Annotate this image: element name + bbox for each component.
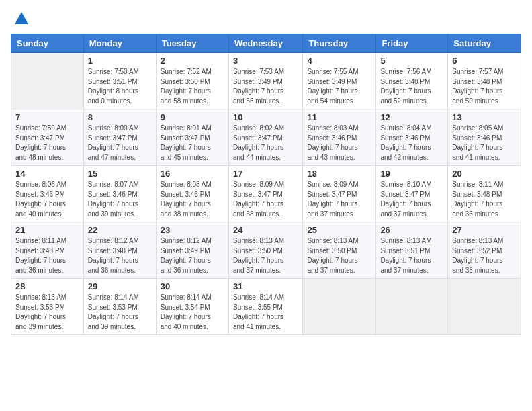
calendar-cell: 3Sunrise: 7:53 AM Sunset: 3:49 PM Daylig… — [228, 53, 302, 109]
day-number: 3 — [233, 56, 298, 66]
cell-info: Sunrise: 8:06 AM Sunset: 3:46 PM Dayligh… — [15, 180, 79, 219]
cell-info: Sunrise: 8:13 AM Sunset: 3:50 PM Dayligh… — [307, 236, 371, 275]
calendar-cell: 26Sunrise: 8:13 AM Sunset: 3:51 PM Dayli… — [376, 222, 448, 279]
day-number: 4 — [307, 56, 371, 66]
week-row-4: 21Sunrise: 8:11 AM Sunset: 3:48 PM Dayli… — [11, 222, 521, 279]
cell-info: Sunrise: 8:13 AM Sunset: 3:53 PM Dayligh… — [15, 293, 79, 332]
logo — [11, 9, 31, 28]
calendar-cell: 19Sunrise: 8:10 AM Sunset: 3:47 PM Dayli… — [376, 166, 448, 222]
cell-info: Sunrise: 8:03 AM Sunset: 3:46 PM Dayligh… — [307, 124, 371, 163]
calendar-cell: 27Sunrise: 8:13 AM Sunset: 3:52 PM Dayli… — [448, 222, 521, 279]
cell-info: Sunrise: 8:08 AM Sunset: 3:46 PM Dayligh… — [161, 180, 224, 219]
day-number: 31 — [233, 281, 298, 291]
week-row-5: 28Sunrise: 8:13 AM Sunset: 3:53 PM Dayli… — [11, 279, 521, 335]
calendar-cell: 22Sunrise: 8:12 AM Sunset: 3:48 PM Dayli… — [83, 222, 156, 279]
cell-info: Sunrise: 8:00 AM Sunset: 3:47 PM Dayligh… — [88, 124, 152, 163]
day-number: 27 — [452, 225, 517, 235]
day-number: 23 — [161, 225, 224, 235]
calendar-cell: 25Sunrise: 8:13 AM Sunset: 3:50 PM Dayli… — [303, 222, 376, 279]
day-header-saturday: Saturday — [448, 34, 521, 53]
calendar-cell: 14Sunrise: 8:06 AM Sunset: 3:46 PM Dayli… — [11, 166, 84, 222]
day-header-monday: Monday — [83, 34, 156, 53]
day-number: 11 — [307, 112, 371, 122]
cell-info: Sunrise: 8:09 AM Sunset: 3:47 PM Dayligh… — [233, 180, 298, 219]
week-row-2: 7Sunrise: 7:59 AM Sunset: 3:47 PM Daylig… — [11, 109, 521, 166]
calendar-cell: 17Sunrise: 8:09 AM Sunset: 3:47 PM Dayli… — [228, 166, 302, 222]
calendar-cell: 31Sunrise: 8:14 AM Sunset: 3:55 PM Dayli… — [228, 279, 302, 335]
calendar-cell: 8Sunrise: 8:00 AM Sunset: 3:47 PM Daylig… — [83, 109, 156, 166]
cell-info: Sunrise: 8:12 AM Sunset: 3:48 PM Dayligh… — [88, 236, 152, 275]
calendar-cell: 24Sunrise: 8:13 AM Sunset: 3:50 PM Dayli… — [228, 222, 302, 279]
day-number: 18 — [307, 169, 371, 179]
day-number: 30 — [161, 281, 224, 291]
day-number: 1 — [88, 56, 152, 66]
day-number: 8 — [88, 112, 152, 122]
day-number: 13 — [452, 112, 517, 122]
cell-info: Sunrise: 8:13 AM Sunset: 3:52 PM Dayligh… — [452, 236, 517, 275]
header — [11, 7, 521, 28]
calendar-cell: 23Sunrise: 8:12 AM Sunset: 3:49 PM Dayli… — [156, 222, 228, 279]
cell-info: Sunrise: 8:14 AM Sunset: 3:55 PM Dayligh… — [233, 293, 298, 332]
calendar-cell: 11Sunrise: 8:03 AM Sunset: 3:46 PM Dayli… — [303, 109, 376, 166]
day-number: 17 — [233, 169, 298, 179]
calendar-cell: 30Sunrise: 8:14 AM Sunset: 3:54 PM Dayli… — [156, 279, 228, 335]
calendar-cell: 21Sunrise: 8:11 AM Sunset: 3:48 PM Dayli… — [11, 222, 84, 279]
cell-info: Sunrise: 8:14 AM Sunset: 3:53 PM Dayligh… — [88, 293, 152, 332]
calendar-header-row: SundayMondayTuesdayWednesdayThursdayFrid… — [11, 34, 521, 53]
cell-info: Sunrise: 8:13 AM Sunset: 3:50 PM Dayligh… — [233, 236, 298, 275]
logo-icon — [12, 9, 31, 28]
day-number: 2 — [161, 56, 224, 66]
cell-info: Sunrise: 7:56 AM Sunset: 3:48 PM Dayligh… — [380, 67, 443, 106]
day-number: 16 — [161, 169, 224, 179]
day-number: 19 — [380, 169, 443, 179]
cell-info: Sunrise: 8:05 AM Sunset: 3:46 PM Dayligh… — [452, 124, 517, 163]
calendar-cell: 12Sunrise: 8:04 AM Sunset: 3:46 PM Dayli… — [376, 109, 448, 166]
day-header-wednesday: Wednesday — [228, 34, 302, 53]
calendar-cell: 1Sunrise: 7:50 AM Sunset: 3:51 PM Daylig… — [83, 53, 156, 109]
cell-info: Sunrise: 7:52 AM Sunset: 3:50 PM Dayligh… — [161, 67, 224, 106]
day-number: 15 — [88, 169, 152, 179]
cell-info: Sunrise: 8:14 AM Sunset: 3:54 PM Dayligh… — [161, 293, 224, 332]
calendar-cell — [11, 53, 84, 109]
day-number: 21 — [15, 225, 79, 235]
day-number: 5 — [380, 56, 443, 66]
calendar-cell: 10Sunrise: 8:02 AM Sunset: 3:47 PM Dayli… — [228, 109, 302, 166]
cell-info: Sunrise: 7:59 AM Sunset: 3:47 PM Dayligh… — [15, 124, 79, 163]
cell-info: Sunrise: 8:07 AM Sunset: 3:46 PM Dayligh… — [88, 180, 152, 219]
svg-marker-0 — [15, 12, 28, 24]
week-row-3: 14Sunrise: 8:06 AM Sunset: 3:46 PM Dayli… — [11, 166, 521, 222]
day-header-friday: Friday — [376, 34, 448, 53]
calendar-cell: 20Sunrise: 8:11 AM Sunset: 3:48 PM Dayli… — [448, 166, 521, 222]
week-row-1: 1Sunrise: 7:50 AM Sunset: 3:51 PM Daylig… — [11, 53, 521, 109]
day-number: 9 — [161, 112, 224, 122]
day-header-tuesday: Tuesday — [156, 34, 228, 53]
calendar-cell — [376, 279, 448, 335]
cell-info: Sunrise: 8:09 AM Sunset: 3:47 PM Dayligh… — [307, 180, 371, 219]
calendar-cell: 6Sunrise: 7:57 AM Sunset: 3:48 PM Daylig… — [448, 53, 521, 109]
calendar-table: SundayMondayTuesdayWednesdayThursdayFrid… — [11, 34, 521, 335]
cell-info: Sunrise: 8:12 AM Sunset: 3:49 PM Dayligh… — [161, 236, 224, 275]
calendar-cell: 7Sunrise: 7:59 AM Sunset: 3:47 PM Daylig… — [11, 109, 84, 166]
day-number: 7 — [15, 112, 79, 122]
calendar-cell: 2Sunrise: 7:52 AM Sunset: 3:50 PM Daylig… — [156, 53, 228, 109]
day-number: 14 — [15, 169, 79, 179]
day-number: 22 — [88, 225, 152, 235]
day-number: 26 — [380, 225, 443, 235]
cell-info: Sunrise: 8:11 AM Sunset: 3:48 PM Dayligh… — [452, 180, 517, 219]
calendar-cell: 4Sunrise: 7:55 AM Sunset: 3:49 PM Daylig… — [303, 53, 376, 109]
day-number: 6 — [452, 56, 517, 66]
day-number: 29 — [88, 281, 152, 291]
day-number: 28 — [15, 281, 79, 291]
calendar-page: SundayMondayTuesdayWednesdayThursdayFrid… — [0, 0, 532, 411]
calendar-cell: 15Sunrise: 8:07 AM Sunset: 3:46 PM Dayli… — [83, 166, 156, 222]
calendar-cell: 5Sunrise: 7:56 AM Sunset: 3:48 PM Daylig… — [376, 53, 448, 109]
cell-info: Sunrise: 8:10 AM Sunset: 3:47 PM Dayligh… — [380, 180, 443, 219]
cell-info: Sunrise: 7:55 AM Sunset: 3:49 PM Dayligh… — [307, 67, 371, 106]
cell-info: Sunrise: 7:53 AM Sunset: 3:49 PM Dayligh… — [233, 67, 298, 106]
cell-info: Sunrise: 8:02 AM Sunset: 3:47 PM Dayligh… — [233, 124, 298, 163]
day-number: 12 — [380, 112, 443, 122]
cell-info: Sunrise: 8:11 AM Sunset: 3:48 PM Dayligh… — [15, 236, 79, 275]
calendar-cell: 28Sunrise: 8:13 AM Sunset: 3:53 PM Dayli… — [11, 279, 84, 335]
cell-info: Sunrise: 8:01 AM Sunset: 3:47 PM Dayligh… — [161, 124, 224, 163]
cell-info: Sunrise: 7:50 AM Sunset: 3:51 PM Dayligh… — [88, 67, 152, 106]
